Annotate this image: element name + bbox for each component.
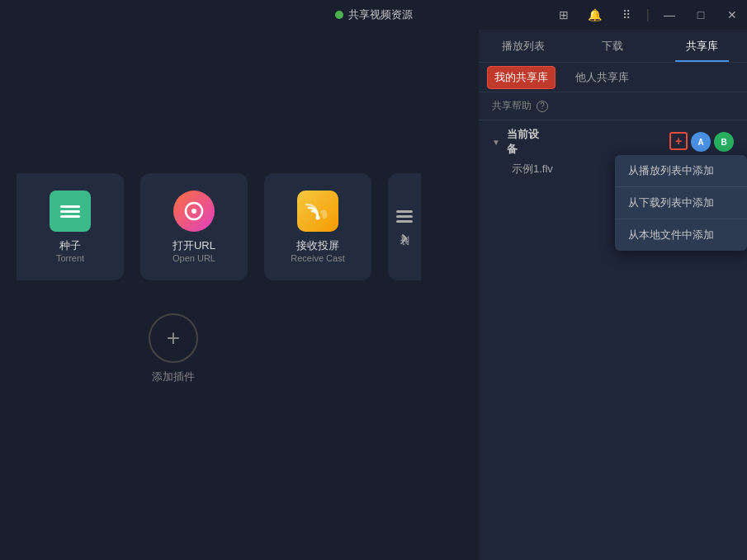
main-plugin-area: 种子 Torrent 打开URL Open URL [0, 30, 479, 560]
cast-sublabel: Receive Cast [291, 253, 344, 263]
status-dot [335, 11, 343, 19]
dropdown-item-1[interactable]: 从播放列表中添加 [615, 155, 747, 186]
openurl-sublabel: Open URL [173, 253, 215, 263]
right-panel: 播放列表 下载 共享库 我的共享库 他人共享库 共享帮助 ? ▼ 当前设备 + [479, 30, 747, 560]
device-avatars: + A B [554, 132, 734, 152]
avatar-2: B [714, 132, 734, 152]
device-name: 当前设备 [507, 127, 547, 157]
maximize-btn[interactable]: □ [686, 0, 716, 30]
layout-icon-btn[interactable]: ⊞ [549, 0, 579, 30]
svg-rect-0 [60, 205, 80, 208]
tab-sharelibrary[interactable]: 共享库 [658, 30, 747, 62]
svg-rect-2 [60, 215, 80, 218]
minimize-btn[interactable]: — [655, 0, 684, 30]
list-side-button[interactable]: 列表 [388, 173, 421, 280]
cast-label: 接收投屏 [296, 238, 339, 253]
add-plugin-label: 添加插件 [152, 369, 195, 384]
device-section: ▼ 当前设备 + A B 示例1.flv 从播放列表中添加 从下载列表中添加 从… [479, 120, 747, 188]
subtab-othershare[interactable]: 他人共享库 [569, 67, 636, 88]
sub-tab-bar: 我的共享库 他人共享库 [479, 63, 747, 92]
svg-point-5 [316, 215, 320, 219]
device-header[interactable]: ▼ 当前设备 + A B [492, 127, 734, 157]
cast-icon [297, 191, 338, 232]
title-bar: 共享视频资源 ⊞ 🔔 ⠿ | — □ ✕ [0, 0, 747, 30]
title-text: 共享视频资源 [348, 7, 413, 22]
window-controls: ⊞ 🔔 ⠿ | — □ ✕ [549, 0, 747, 30]
dropdown-item-2[interactable]: 从下载列表中添加 [615, 187, 747, 219]
add-to-share-button[interactable]: + [669, 132, 688, 150]
svg-rect-8 [396, 220, 413, 223]
bell-icon-btn[interactable]: 🔔 [580, 0, 610, 30]
plugin-card-openurl[interactable]: 打开URL Open URL [140, 173, 248, 280]
title-center: 共享视频资源 [335, 7, 413, 22]
share-helper-row: 共享帮助 ? [479, 92, 747, 120]
dropdown-item-3[interactable]: 从本地文件中添加 [615, 219, 747, 251]
subtab-myshare[interactable]: 我的共享库 [487, 66, 556, 89]
svg-rect-7 [396, 215, 413, 218]
tab-bar: 播放列表 下载 共享库 [479, 30, 747, 63]
help-icon[interactable]: ? [537, 101, 548, 112]
openurl-icon [173, 191, 215, 232]
add-circle-icon: + [149, 313, 198, 363]
close-btn[interactable]: ✕ [717, 0, 747, 30]
add-plugin-area: + 添加插件 [149, 313, 198, 384]
avatar-1: A [691, 132, 711, 152]
chevron-icon: ▼ [492, 138, 500, 147]
torrent-label: 种子 [59, 238, 81, 253]
grid-icon-btn[interactable]: ⠿ [612, 0, 641, 30]
plugin-grid: 种子 Torrent 打开URL Open URL [58, 173, 421, 417]
svg-rect-6 [396, 210, 413, 213]
separator: | [643, 7, 653, 22]
svg-point-4 [191, 209, 196, 214]
tab-playlist[interactable]: 播放列表 [479, 30, 568, 62]
openurl-label: 打开URL [173, 238, 215, 253]
tab-download[interactable]: 下载 [568, 30, 657, 62]
svg-rect-1 [60, 210, 80, 213]
torrent-icon [50, 191, 91, 232]
share-helper-label: 共享帮助 [492, 99, 532, 113]
plugin-card-cast[interactable]: 接收投屏 Receive Cast [264, 173, 371, 280]
plugin-row-1: 种子 Torrent 打开URL Open URL [58, 173, 421, 280]
plugin-card-torrent[interactable]: 种子 Torrent [17, 173, 124, 280]
dropdown-menu: 从播放列表中添加 从下载列表中添加 从本地文件中添加 [615, 155, 747, 251]
add-plugin-button[interactable]: + 添加插件 [149, 313, 198, 384]
torrent-sublabel: Torrent [56, 253, 84, 263]
